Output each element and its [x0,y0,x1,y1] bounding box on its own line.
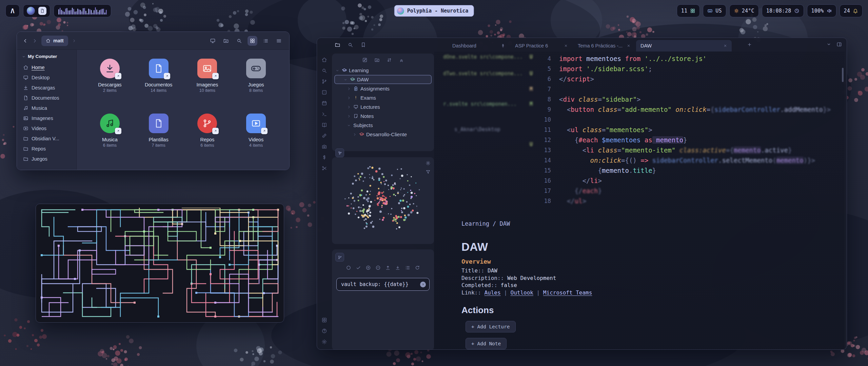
sidebar-item-documentos[interactable]: Documentos [20,93,74,103]
folder-documentos[interactable]: Documentos14 items [134,55,183,107]
list-view-button[interactable] [261,36,271,46]
new-folder-button[interactable] [221,36,231,46]
ribbon-help-button[interactable] [321,328,327,334]
notifications-module[interactable]: 24 [840,4,863,17]
explorer-item-assignments[interactable]: Assignments [332,84,434,93]
folder-imagenes[interactable]: Imagenes10 items [183,55,232,107]
ribbon-git-branch-button[interactable] [321,79,327,84]
backup-button[interactable] [346,265,351,270]
keyboard-layout-module[interactable]: US [703,4,726,17]
open-terminal-button[interactable] [208,36,218,46]
clear-input-icon[interactable] [420,282,426,287]
breadcrumb[interactable]: matt [41,36,68,46]
sidebar-item-imagenes[interactable]: Imagenes [20,113,74,123]
commit-button[interactable] [356,265,361,270]
folder-juegos[interactable]: Juegos8 items [232,55,280,107]
search-tab[interactable] [348,42,353,48]
explorer-item-daw[interactable]: DAW [334,75,432,84]
change-layout-button[interactable] [405,265,410,270]
folder-musica[interactable]: Musica6 items [85,109,134,162]
tab-tema-6-pr-cticas[interactable]: Tema 6 Prácticas -... [573,40,635,52]
close-tab-icon[interactable] [723,44,727,48]
ribbon-search-button[interactable] [321,68,327,74]
explorer-item-subjects[interactable]: Subjects [332,121,434,130]
code-token [559,157,590,164]
git-panel-badge[interactable] [335,253,344,262]
volume-module[interactable]: 100% [807,4,836,17]
close-tab-icon[interactable] [627,44,631,48]
ribbon-home-button[interactable] [321,57,327,63]
stage-all-button[interactable] [366,265,371,270]
window-count-module[interactable]: 11 [677,4,700,17]
graph-settings-button[interactable] [426,161,431,166]
tab-list-button[interactable] [826,42,831,47]
sidebar-item-desktop[interactable]: Desktop [20,73,74,83]
commit-message-input[interactable]: vault backup: {{date}} [336,278,430,291]
grid-view-button[interactable] [248,36,257,46]
new-note-button[interactable] [362,57,368,63]
explorer-item-exams[interactable]: Exams [332,93,434,102]
close-tab-icon[interactable] [564,44,568,48]
launcher-button[interactable]: Λ [5,4,20,17]
link-outlook[interactable]: Outlook [511,289,533,296]
sidebar-item-obsidian-v[interactable]: Obsidian V... [20,134,74,144]
note-breadcrumb[interactable]: Learning / DAW [461,220,794,227]
push-button[interactable] [385,265,391,270]
pull-button[interactable] [395,265,400,270]
add-note-button[interactable]: + Add Note [466,338,507,349]
folder-videos[interactable]: Videos4 items [232,109,280,162]
explorer-item-learning[interactable]: Learning [332,66,434,75]
bookmarks-tab[interactable] [360,42,366,48]
tab-daw[interactable]: DAW [636,40,732,52]
ribbon-calendar-button[interactable] [321,100,327,106]
new-tab-button[interactable] [747,42,752,47]
sidebar-item-home[interactable]: Home [20,62,74,73]
sidebar-header[interactable]: My Computer [20,53,74,62]
clock-module[interactable]: 18:08:28 [762,4,804,17]
app-icon-swirl[interactable] [27,7,35,15]
ribbon-vault-button[interactable] [321,317,327,323]
files-tab[interactable] [335,42,340,48]
folder-descargas[interactable]: Descargas2 items [85,55,134,107]
ribbon-dollar-button[interactable] [321,155,327,160]
sidebar-item-descargas[interactable]: Descargas [20,83,74,93]
ribbon-dice-button[interactable] [321,89,327,95]
explorer-item-desarrollo-cliente[interactable]: Desarrollo-Cliente [332,130,434,139]
now-playing-widget[interactable]: Polyphia - Neurotica [394,5,474,17]
folder-plantillas[interactable]: Plantillas7 items [134,109,183,162]
explorer-item-lectures[interactable]: Lectures [332,102,434,111]
weather-module[interactable]: 24°C [729,4,759,17]
ribbon-book-button[interactable] [321,122,327,128]
folder-repos[interactable]: Repos6 items [183,109,232,162]
sort-order-button[interactable] [387,57,392,63]
link-microsoft-teams[interactable]: Microsoft Teams [543,289,592,296]
explorer-item-notes[interactable]: Notes [332,111,434,121]
tab-dashboard[interactable]: Dashboard [448,40,510,52]
search-button[interactable] [234,36,244,46]
collapse-all-button[interactable] [399,57,404,63]
sidebar-item-videos[interactable]: Videos [20,123,74,134]
sidebar-item-musica[interactable]: Musica [20,103,74,113]
menu-button[interactable] [274,36,284,46]
graph-filter-button[interactable] [426,169,431,175]
toggle-right-sidebar-button[interactable] [836,42,842,47]
forward-button[interactable] [32,38,38,44]
link-aules[interactable]: Aules [484,289,500,296]
sidebar-item-juegos[interactable]: Juegos [20,154,74,164]
tab-asp-practice-6[interactable]: ASP Practice 6 [511,40,572,52]
unstage-all-button[interactable] [375,265,381,270]
add-lecture-button[interactable]: + Add Lecture [466,321,516,332]
sidebar-item-repos[interactable]: Repos [20,144,74,154]
ribbon-camera-button[interactable] [321,144,327,149]
ribbon-gear-button[interactable] [321,339,327,345]
scrollbar[interactable] [842,68,844,82]
ribbon-link-button[interactable] [321,133,327,139]
graph-panel-badge[interactable] [335,148,344,157]
back-button[interactable] [22,38,28,44]
graph-view[interactable] [332,157,434,244]
ribbon-terminal-button[interactable] [321,111,327,117]
ribbon-scissors-button[interactable] [321,165,327,171]
refresh-button[interactable] [415,265,420,270]
app-icon-notes[interactable] [38,7,46,15]
new-folder-button[interactable] [374,57,380,63]
